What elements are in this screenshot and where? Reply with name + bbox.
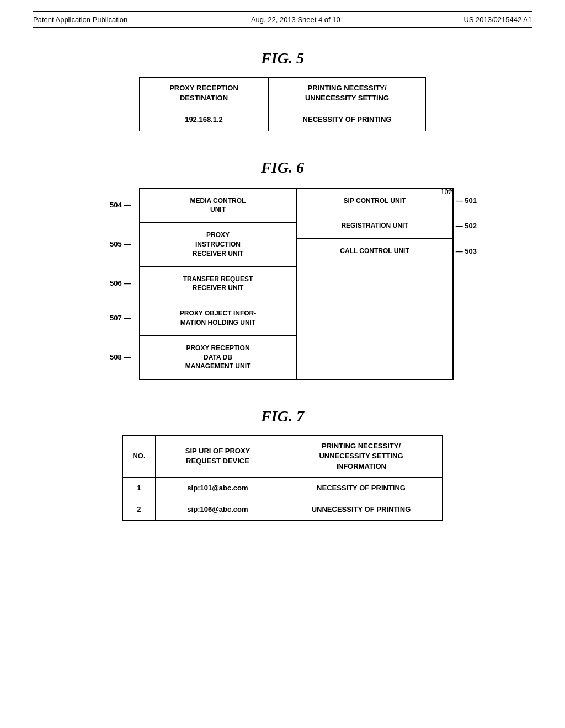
header-center: Aug. 22, 2013 Sheet 4 of 10 bbox=[251, 15, 340, 24]
fig7-title: FIG. 7 bbox=[33, 408, 532, 425]
fig7-row2-print: UNNECESSITY OF PRINTING bbox=[280, 499, 443, 520]
fig5-header-row: PROXY RECEPTIONDESTINATION PRINTING NECE… bbox=[140, 78, 426, 109]
fig6-text-502: REGISTRATION UNIT bbox=[341, 222, 408, 229]
fig6-text-503: CALL CONTROL UNIT bbox=[340, 247, 409, 255]
fig5-data-col2: NECESSITY OF PRINTING bbox=[269, 109, 426, 131]
fig6-left-column: 504 — MEDIA CONTROLUNIT 505 — PROXYINSTR… bbox=[140, 189, 297, 379]
fig5-header-col1: PROXY RECEPTIONDESTINATION bbox=[140, 78, 269, 109]
header-left: Patent Application Publication bbox=[33, 15, 127, 24]
fig6-cell-505: 505 — PROXYINSTRUCTIONRECEIVER UNIT bbox=[140, 223, 296, 266]
fig6-text-507: PROXY OBJECT INFOR-MATION HOLDING UNIT bbox=[180, 309, 256, 326]
fig6-text-501: SIP CONTROL UNIT bbox=[344, 197, 406, 205]
fig6-cell-507: 507 — PROXY OBJECT INFOR-MATION HOLDING … bbox=[140, 301, 296, 336]
fig6-label-503: — 503 bbox=[456, 246, 477, 256]
fig6-cell-506: 506 — TRANSFER REQUESTRECEIVER UNIT bbox=[140, 267, 296, 302]
fig5-data-row: 192.168.1.2 NECESSITY OF PRINTING bbox=[140, 109, 426, 131]
fig6-cell-502: REGISTRATION UNIT — 502 bbox=[297, 213, 452, 239]
fig6-label-504: 504 — bbox=[110, 200, 131, 210]
fig5-table: PROXY RECEPTIONDESTINATION PRINTING NECE… bbox=[139, 77, 426, 131]
fig7-row1-sip: sip:101@abc.com bbox=[155, 477, 280, 499]
fig5-section: FIG. 5 PROXY RECEPTIONDESTINATION PRINTI… bbox=[33, 50, 532, 131]
fig7-row-1: 1 sip:101@abc.com NECESSITY OF PRINTING bbox=[123, 477, 443, 499]
fig6-text-505: PROXYINSTRUCTIONRECEIVER UNIT bbox=[193, 231, 244, 258]
fig7-header-no: NO. bbox=[123, 436, 156, 478]
fig7-row2-no: 2 bbox=[123, 499, 156, 520]
fig7-table: NO. SIP URI OF PROXYREQUEST DEVICE PRINT… bbox=[122, 435, 443, 521]
fig6-cell-508: 508 — PROXY RECEPTIONDATA DBMANAGEMENT U… bbox=[140, 336, 296, 379]
fig7-row1-print: NECESSITY OF PRINTING bbox=[280, 477, 443, 499]
page-header: Patent Application Publication Aug. 22, … bbox=[33, 11, 532, 28]
fig7-row1-no: 1 bbox=[123, 477, 156, 499]
fig7-row-2: 2 sip:106@abc.com UNNECESSITY OF PRINTIN… bbox=[123, 499, 443, 520]
fig6-label-505: 505 — bbox=[110, 239, 131, 249]
fig5-data-col1: 192.168.1.2 bbox=[140, 109, 269, 131]
fig6-label-502: — 502 bbox=[456, 221, 477, 231]
fig7-header-sip: SIP URI OF PROXYREQUEST DEVICE bbox=[155, 436, 280, 478]
fig6-label-508: 508 — bbox=[110, 352, 131, 362]
fig6-text-506: TRANSFER REQUESTRECEIVER UNIT bbox=[183, 275, 253, 292]
fig7-section: FIG. 7 NO. SIP URI OF PROXYREQUEST DEVIC… bbox=[33, 408, 532, 521]
fig6-cell-501: SIP CONTROL UNIT — 501 bbox=[297, 189, 452, 214]
fig6-label-501: — 501 bbox=[456, 196, 477, 206]
fig6-label-506: 506 — bbox=[110, 279, 131, 288]
fig6-box: 504 — MEDIA CONTROLUNIT 505 — PROXYINSTR… bbox=[139, 188, 454, 381]
fig6-title: FIG. 6 bbox=[33, 159, 532, 176]
fig6-section: FIG. 6 102 ⌒ 504 — MEDIA CONTROLUNIT 505… bbox=[33, 159, 532, 381]
fig6-right-filler bbox=[297, 264, 452, 379]
fig7-header-row: NO. SIP URI OF PROXYREQUEST DEVICE PRINT… bbox=[123, 436, 443, 478]
fig6-diagram: 102 ⌒ 504 — MEDIA CONTROLUNIT 505 — PROX… bbox=[111, 188, 454, 381]
fig6-text-508: PROXY RECEPTIONDATA DBMANAGEMENT UNIT bbox=[185, 344, 251, 371]
fig6-text-504: MEDIA CONTROLUNIT bbox=[190, 197, 246, 214]
fig6-cell-503: CALL CONTROL UNIT — 503 bbox=[297, 239, 452, 264]
fig6-label-507: 507 — bbox=[110, 313, 131, 323]
fig6-cell-504: 504 — MEDIA CONTROLUNIT bbox=[140, 189, 296, 223]
fig5-header-col2: PRINTING NECESSITY/UNNECESSITY SETTING bbox=[269, 78, 426, 109]
fig7-row2-sip: sip:106@abc.com bbox=[155, 499, 280, 520]
fig5-title: FIG. 5 bbox=[33, 50, 532, 67]
header-right: US 2013/0215442 A1 bbox=[463, 15, 532, 24]
fig7-header-print: PRINTING NECESSITY/UNNECESSITY SETTINGIN… bbox=[280, 436, 443, 478]
fig6-right-column: SIP CONTROL UNIT — 501 REGISTRATION UNIT… bbox=[297, 189, 452, 379]
